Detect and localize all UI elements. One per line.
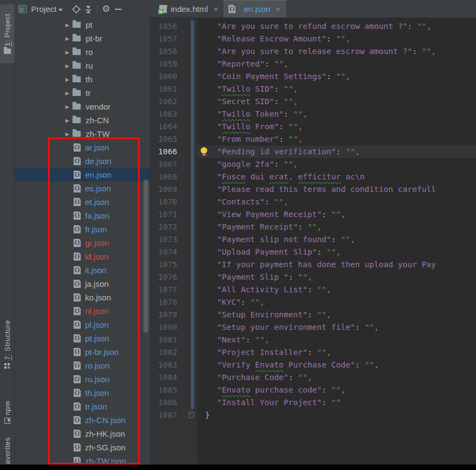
tree-file[interactable]: {}ro.json: [15, 359, 150, 372]
intention-lightbulb-icon[interactable]: [201, 147, 208, 156]
tree-file[interactable]: {}tr.json: [15, 400, 150, 413]
folder-icon: [73, 131, 81, 137]
tree-file[interactable]: {}ar.json: [15, 141, 150, 154]
tree-file[interactable]: {}it.json: [15, 263, 150, 277]
code-line[interactable]: 1056"Are you sure to refund escrow amoun…: [150, 20, 476, 33]
line-number: 1084: [150, 371, 177, 384]
code-line[interactable]: 1058"Are you sure to release escrow amou…: [150, 45, 476, 58]
code-line[interactable]: 1074"Upload Payment Slip": "",: [150, 246, 476, 258]
code-line[interactable]: 1060"Coin Payment Settings": "",: [150, 70, 476, 83]
code-line[interactable]: 1069"Please read this terms and conditio…: [150, 183, 476, 196]
code-line[interactable]: 1082"Project Installer": "",: [150, 346, 476, 359]
folder-icon: [73, 63, 81, 69]
code-line[interactable]: 1078"KYC": "",: [150, 296, 476, 309]
tree-file[interactable]: {}zh-SG.json: [15, 441, 150, 454]
tree-file[interactable]: {}et.json: [15, 195, 150, 209]
project-panel-title[interactable]: Project: [31, 4, 57, 14]
tree-folder-label: vendor: [86, 102, 111, 111]
editor-tab-en-json[interactable]: {}en.json×: [224, 0, 286, 17]
tree-file[interactable]: {}ru.json: [15, 372, 150, 386]
code-line[interactable]: 1073"Payment slip not found": "",: [150, 233, 476, 246]
chevron-right-icon[interactable]: ▶: [65, 77, 73, 82]
code-line[interactable]: 1076"Payment Slip ": "",: [150, 271, 476, 284]
code-line[interactable]: 1067"google 2fa": "",: [150, 158, 476, 171]
tab-close-icon[interactable]: ×: [275, 5, 281, 13]
tree-folder[interactable]: ▶th: [15, 73, 150, 86]
tree-file[interactable]: {}ko.json: [15, 291, 150, 304]
tree-folder[interactable]: ▶zh-CN: [15, 113, 150, 127]
tree-folder-label: pt-br: [86, 34, 103, 43]
tree-file[interactable]: {}ja.json: [15, 277, 150, 291]
tool-window-button-1-project[interactable]: 1: Project: [0, 4, 15, 63]
code-viewport[interactable]: 1056"Are you sure to refund escrow amoun…: [150, 18, 476, 465]
code-line[interactable]: 1083"Verify Envato Purchase Code": "",: [150, 359, 476, 371]
tree-file[interactable]: {}pl.json: [15, 318, 150, 332]
code-line[interactable]: 1064"Twillo From": "",: [150, 120, 476, 133]
tree-folder[interactable]: ▶vendor: [15, 100, 150, 113]
chevron-right-icon[interactable]: ▶: [65, 91, 73, 96]
code-text: "Pending id verification": "",: [217, 146, 360, 158]
code-line[interactable]: 1079"Setup Environment": "",: [150, 309, 476, 321]
code-line[interactable]: 1087}: [150, 409, 476, 421]
code-line[interactable]: 1057"Release Escrow Amount": "",: [150, 33, 476, 45]
tree-folder[interactable]: ▶tr: [15, 86, 150, 100]
code-line[interactable]: 1061"Twillo SID": "",: [150, 83, 476, 95]
tree-folder[interactable]: ▶zh-TW: [15, 127, 150, 141]
code-text: "Payment Receipt": "",: [217, 221, 322, 233]
chevron-right-icon[interactable]: ▶: [65, 22, 73, 28]
chevron-right-icon[interactable]: ▶: [65, 118, 73, 123]
code-line[interactable]: 1086"Install Your Project": "": [150, 396, 476, 409]
project-file-tree: ▶pt▶pt-br▶ro▶ru▶th▶tr▶vendor▶zh-CN▶zh-TW…: [15, 18, 150, 470]
tree-scrollbar-thumb[interactable]: [143, 180, 148, 333]
chevron-right-icon[interactable]: ▶: [65, 131, 73, 137]
tree-file[interactable]: {}es.json: [15, 182, 150, 195]
code-line[interactable]: 1065"From number": "",: [150, 133, 476, 146]
tree-file[interactable]: {}de.json: [15, 154, 150, 168]
code-line[interactable]: 1081"Next": "",: [150, 334, 476, 346]
code-line[interactable]: 1084"Purchase Code": "",: [150, 371, 476, 384]
code-line[interactable]: 1068"Fusce dui erat, efficitur ac\n: [150, 171, 476, 183]
chevron-right-icon[interactable]: ▶: [65, 104, 73, 110]
chevron-right-icon[interactable]: ▶: [65, 63, 73, 69]
tree-file[interactable]: {}gr.json: [15, 236, 150, 250]
code-line[interactable]: 1075"If your payment has done then uploa…: [150, 258, 476, 271]
tree-folder[interactable]: ▶ru: [15, 59, 150, 73]
code-line[interactable]: 1071"View Payment Receipt": "",: [150, 208, 476, 221]
tree-file[interactable]: {}th.json: [15, 386, 150, 400]
code-line[interactable]: 1062"Secret SID": "",: [150, 95, 476, 108]
tree-file[interactable]: {}id.json: [15, 250, 150, 263]
editor-tab-index-html[interactable]: Hindex.html×: [154, 0, 224, 17]
code-line[interactable]: 1080"Setup your environment file": "",: [150, 321, 476, 334]
code-line[interactable]: 1070"Contacts": "",: [150, 196, 476, 208]
tree-folder[interactable]: ▶ro: [15, 45, 150, 59]
fold-end-marker-icon[interactable]: [189, 412, 194, 418]
tree-file[interactable]: {}pt-br.json: [15, 345, 150, 359]
tree-file[interactable]: {}fa.json: [15, 209, 150, 222]
tab-close-icon[interactable]: ×: [213, 5, 219, 13]
code-text: "Please read this terms and condition ca…: [217, 183, 436, 196]
tree-file[interactable]: {}zh-HK.json: [15, 427, 150, 441]
tree-folder[interactable]: ▶pt-br: [15, 32, 150, 45]
hide-panel-button[interactable]: [112, 3, 124, 15]
tool-window-button-npm[interactable]: npm: [0, 391, 15, 433]
code-line[interactable]: 1085"Envato purchase code": "",: [150, 384, 476, 396]
tool-window-button-7-structure[interactable]: 7: Structure: [0, 303, 15, 386]
code-line[interactable]: 1063"Twillo Token": "",: [150, 108, 476, 120]
caret-down-icon[interactable]: [58, 9, 63, 11]
tree-file[interactable]: {}nl.json: [15, 304, 150, 318]
code-line[interactable]: 1072"Payment Receipt": "",: [150, 221, 476, 233]
chevron-right-icon[interactable]: ▶: [65, 50, 73, 55]
tree-folder[interactable]: ▶pt: [15, 18, 150, 32]
tree-file[interactable]: {}pt.json: [15, 332, 150, 345]
tree-file[interactable]: {}zh-CN.json: [15, 413, 150, 427]
code-text: "All Activity List": "",: [217, 284, 332, 296]
chevron-right-icon[interactable]: ▶: [65, 36, 73, 41]
code-line[interactable]: 1077"All Activity List": "",: [150, 284, 476, 296]
collapse-all-button[interactable]: [82, 3, 94, 15]
locate-file-button[interactable]: [70, 3, 82, 15]
tree-file[interactable]: {}en.json: [15, 168, 150, 182]
tree-file[interactable]: {}fr.json: [15, 222, 150, 236]
code-line[interactable]: 1059"Reported": "",: [150, 58, 476, 70]
code-line[interactable]: 1066"Pending id verification": "",: [150, 146, 476, 158]
settings-button[interactable]: ⚙: [100, 3, 112, 15]
